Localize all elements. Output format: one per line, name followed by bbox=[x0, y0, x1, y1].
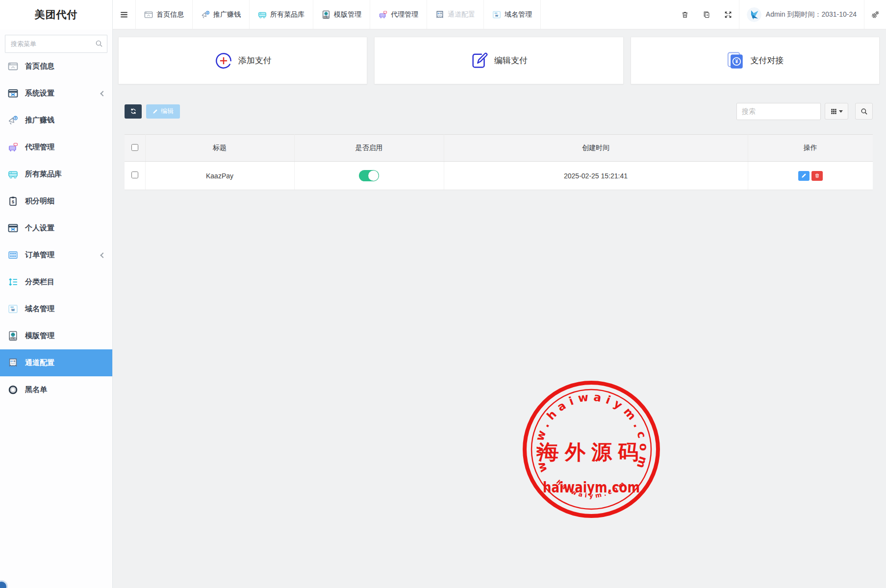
stamp-center-en: haiwaiym.com bbox=[543, 478, 640, 496]
topbar-tabs: 首页信息¥推广赚钱所有菜品库HTML模版管理代理管理$通道配置w域名管理 bbox=[135, 0, 541, 29]
agent-manage-icon bbox=[379, 10, 387, 19]
template-manage-icon: HTML bbox=[8, 331, 18, 341]
sidebar-item-label: 系统设置 bbox=[25, 89, 54, 98]
refresh-page-button[interactable] bbox=[696, 0, 717, 29]
all-dishes-icon bbox=[8, 169, 18, 179]
tab-channel-config[interactable]: $通道配置 bbox=[427, 0, 484, 29]
watermark-stamp: www.haiwaiym.com 海外源码 haiwaiym.com haiwa… bbox=[518, 376, 665, 523]
sidebar: 美团代付 首页信息系统设置¥推广赚钱代理管理所有菜品库$积分明细个人设置订单管理… bbox=[0, 0, 113, 588]
sidebar-search bbox=[5, 35, 107, 53]
sidebar-item-promo-earn[interactable]: ¥推广赚钱 bbox=[0, 107, 112, 134]
table-header-row: 标题 是否启用 创建时间 操作 bbox=[125, 135, 873, 162]
row-checkbox[interactable] bbox=[131, 172, 138, 178]
tab-promo-earn[interactable]: ¥推广赚钱 bbox=[193, 0, 250, 29]
payment-link-icon: ¥ bbox=[726, 51, 745, 70]
tab-label: 推广赚钱 bbox=[213, 10, 241, 19]
refresh-button[interactable] bbox=[125, 104, 142, 119]
domain-manage-icon: w bbox=[8, 304, 18, 314]
settings-button[interactable] bbox=[864, 0, 886, 29]
user-expiry-label: Admin 到期时间：2031-10-24 bbox=[766, 10, 857, 19]
sidebar-item-label: 首页信息 bbox=[25, 62, 54, 71]
sidebar-item-label: 黑名单 bbox=[25, 385, 47, 394]
points-detail-icon: $ bbox=[8, 196, 18, 206]
add-payment-card[interactable]: 添加支付 bbox=[118, 37, 367, 84]
chevron-left-icon bbox=[100, 252, 105, 258]
sidebar-menu: 首页信息系统设置¥推广赚钱代理管理所有菜品库$积分明细个人设置订单管理分类栏目w… bbox=[0, 53, 112, 403]
edit-button[interactable]: 编辑 bbox=[146, 104, 180, 119]
stamp-bottom-text: haiwaiym.com bbox=[555, 478, 628, 499]
sidebar-item-label: 模版管理 bbox=[25, 331, 54, 341]
col-header-created[interactable]: 创建时间 bbox=[444, 135, 748, 162]
pencil-icon bbox=[152, 109, 158, 114]
tab-agent-manage[interactable]: 代理管理 bbox=[370, 0, 427, 29]
sidebar-item-category-columns[interactable]: 分类栏目 bbox=[0, 269, 112, 295]
stamp-top-text: www.haiwaiym.com bbox=[532, 390, 650, 474]
channel-config-icon: $ bbox=[8, 358, 18, 368]
channel-config-icon: $ bbox=[435, 10, 444, 19]
columns-toggle-button[interactable] bbox=[825, 103, 848, 120]
app-logo: 美团代付 bbox=[0, 0, 112, 29]
sidebar-item-all-dishes[interactable]: 所有菜品库 bbox=[0, 161, 112, 188]
tab-template-manage[interactable]: HTML模版管理 bbox=[313, 0, 370, 29]
channel-table: 标题 是否启用 创建时间 操作 KaazPay2025-02-25 15:21:… bbox=[125, 134, 873, 190]
sidebar-item-label: 域名管理 bbox=[25, 304, 54, 314]
table-search-input[interactable] bbox=[736, 103, 821, 120]
add-payment-icon bbox=[214, 51, 233, 70]
sidebar-item-system-settings[interactable]: 系统设置 bbox=[0, 80, 112, 107]
col-header-enabled[interactable]: 是否启用 bbox=[294, 135, 444, 162]
sidebar-item-label: 所有菜品库 bbox=[25, 170, 62, 179]
tab-label: 通道配置 bbox=[448, 10, 475, 19]
toggle-knob bbox=[368, 171, 379, 181]
tab-label: 代理管理 bbox=[391, 10, 418, 19]
svg-text:haiwaiym.com: haiwaiym.com bbox=[555, 478, 628, 499]
clear-cache-button[interactable] bbox=[674, 0, 696, 29]
sidebar-item-points-detail[interactable]: $积分明细 bbox=[0, 188, 112, 215]
card-label: 编辑支付 bbox=[494, 55, 528, 66]
row-edit-button[interactable] bbox=[798, 171, 810, 181]
sidebar-item-label: 积分明细 bbox=[25, 196, 54, 206]
col-header-title[interactable]: 标题 bbox=[145, 135, 294, 162]
domain-manage-icon: w bbox=[492, 10, 501, 19]
blacklist-icon bbox=[8, 385, 18, 395]
row-operations bbox=[748, 171, 873, 181]
sidebar-item-label: 通道配置 bbox=[25, 358, 54, 368]
table-body: KaazPay2025-02-25 15:21:41 bbox=[125, 162, 873, 190]
table-row: KaazPay2025-02-25 15:21:41 bbox=[125, 162, 873, 190]
sidebar-item-domain-manage[interactable]: w域名管理 bbox=[0, 295, 112, 322]
search-icon bbox=[95, 40, 103, 48]
search-submit-button[interactable] bbox=[855, 103, 873, 120]
tab-label: 模版管理 bbox=[334, 10, 361, 19]
row-delete-button[interactable] bbox=[811, 171, 823, 181]
edit-payment-icon bbox=[470, 51, 489, 70]
sidebar-item-blacklist[interactable]: 黑名单 bbox=[0, 376, 112, 403]
sidebar-item-order-manage[interactable]: 订单管理 bbox=[0, 242, 112, 269]
user-menu[interactable]: Admin 到期时间：2031-10-24 bbox=[739, 0, 864, 29]
payment-link-card[interactable]: ¥支付对接 bbox=[631, 37, 880, 84]
search-icon bbox=[861, 108, 868, 115]
tab-all-dishes[interactable]: 所有菜品库 bbox=[250, 0, 313, 29]
sidebar-item-personal-settings[interactable]: 个人设置 bbox=[0, 215, 112, 242]
topbar-right: Admin 到期时间：2031-10-24 bbox=[674, 0, 886, 29]
sidebar-item-agent-manage[interactable]: 代理管理 bbox=[0, 134, 112, 161]
copy-page-icon bbox=[703, 11, 710, 19]
card-label: 支付对接 bbox=[750, 55, 784, 66]
svg-text:w: w bbox=[11, 307, 15, 312]
trash-icon bbox=[681, 11, 689, 19]
trash-icon bbox=[814, 173, 820, 178]
svg-text:$: $ bbox=[11, 360, 13, 363]
select-all-checkbox[interactable] bbox=[131, 144, 138, 151]
expand-icon bbox=[724, 11, 732, 19]
sidebar-item-template-manage[interactable]: HTML模版管理 bbox=[0, 322, 112, 349]
sidebar-toggle-button[interactable] bbox=[113, 0, 135, 29]
enable-toggle[interactable] bbox=[359, 170, 379, 181]
tab-home-info[interactable]: 首页信息 bbox=[136, 0, 193, 29]
sidebar-search-input[interactable] bbox=[5, 35, 107, 53]
promo-earn-icon: ¥ bbox=[8, 115, 18, 125]
sidebar-item-channel-config[interactable]: $通道配置 bbox=[0, 349, 112, 376]
edit-payment-card[interactable]: 编辑支付 bbox=[374, 37, 623, 84]
tab-domain-manage[interactable]: w域名管理 bbox=[484, 0, 541, 29]
svg-text:HTML: HTML bbox=[11, 338, 15, 340]
fullscreen-button[interactable] bbox=[717, 0, 739, 29]
sidebar-item-home-info[interactable]: 首页信息 bbox=[0, 53, 112, 80]
system-settings-icon bbox=[8, 88, 18, 98]
